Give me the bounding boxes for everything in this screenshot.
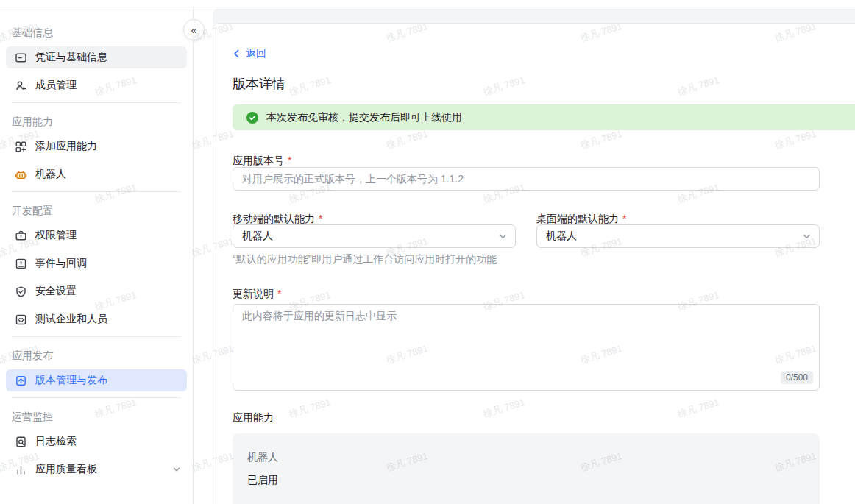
add-capability-icon <box>15 141 27 153</box>
success-banner-text: 本次发布免审核，提交发布后即可上线使用 <box>266 111 462 124</box>
event-callback-icon <box>15 258 27 270</box>
chevron-down-icon <box>802 232 812 241</box>
changelog-textarea[interactable] <box>233 304 820 391</box>
sidebar-item-permissions[interactable]: 权限管理 <box>6 224 187 246</box>
code-icon <box>15 313 27 326</box>
mobile-capability-label: 移动端的默认能力* <box>233 211 322 226</box>
required-mark: * <box>277 288 281 299</box>
robot-icon <box>15 168 27 181</box>
check-circle-icon <box>246 111 259 124</box>
success-banner: 本次发布免审核，提交发布后即可上线使用 <box>233 104 855 130</box>
back-link-label: 返回 <box>246 47 266 60</box>
id-card-icon <box>15 52 27 64</box>
mobile-capability-value: 机器人 <box>242 230 498 243</box>
sidebar-section-basic-info: 基础信息 <box>12 25 181 40</box>
back-link[interactable]: 返回 <box>233 47 266 60</box>
page-background-strip <box>213 8 855 24</box>
sidebar: 基础信息 凭证与基础信息 成员管理 应用能力 添加应用能力 机器人 <box>0 8 194 504</box>
sidebar-item-members[interactable]: 成员管理 <box>6 74 187 96</box>
app-console-page: 基础信息 凭证与基础信息 成员管理 应用能力 添加应用能力 机器人 <box>0 0 855 504</box>
sidebar-divider <box>12 336 181 337</box>
capabilities-panel: 机器人 已启用 <box>233 433 820 504</box>
sidebar-section-release: 应用发布 <box>12 348 181 363</box>
bar-chart-icon <box>15 464 27 476</box>
required-mark: * <box>622 213 626 224</box>
desktop-capability-label: 桌面端的默认能力* <box>536 211 626 226</box>
mobile-capability-select[interactable]: 机器人 <box>233 224 516 248</box>
sidebar-divider <box>12 191 181 192</box>
sidebar-section-dev-config: 开发配置 <box>12 203 181 218</box>
capability-status: 已启用 <box>247 474 805 487</box>
sidebar-divider <box>12 102 181 103</box>
sidebar-section-monitoring: 运营监控 <box>12 409 181 424</box>
log-search-icon <box>15 436 27 448</box>
changelog-field: 0/500 <box>233 304 820 391</box>
capability-name: 机器人 <box>247 451 805 464</box>
chevron-down-icon <box>498 232 508 241</box>
capabilities-title: 应用能力 <box>233 411 274 425</box>
required-mark: * <box>288 155 291 166</box>
desktop-capability-select[interactable]: 机器人 <box>536 224 820 248</box>
sidebar-divider <box>12 397 181 398</box>
shield-check-icon <box>15 285 27 298</box>
publish-icon <box>15 375 27 387</box>
sidebar-item-test-company[interactable]: 测试企业和人员 <box>6 308 187 330</box>
changelog-label: 更新说明* <box>233 286 281 301</box>
sidebar-item-events[interactable]: 事件与回调 <box>6 252 187 274</box>
sidebar-item-credentials[interactable]: 凭证与基础信息 <box>6 46 187 68</box>
sidebar-item-security[interactable]: 安全设置 <box>6 280 187 302</box>
char-counter: 0/500 <box>781 371 813 384</box>
chevron-down-icon <box>172 465 181 474</box>
desktop-capability-value: 机器人 <box>546 230 802 243</box>
version-label: 应用版本号* <box>233 153 291 168</box>
version-detail-card: 返回 版本详情 本次发布免审核，提交发布后即可上线使用 应用版本号* 移动端的默… <box>213 23 855 504</box>
chevron-left-icon <box>233 49 241 58</box>
sidebar-collapse-button[interactable]: « <box>183 19 205 40</box>
sidebar-item-add-capability[interactable]: 添加应用能力 <box>6 135 187 157</box>
top-hairline-bar <box>0 0 855 7</box>
default-capability-hint: “默认的应用功能”即用户通过工作台访问应用时打开的功能 <box>233 253 497 266</box>
member-add-icon <box>15 79 27 92</box>
sidebar-item-log-search[interactable]: 日志检索 <box>6 430 187 452</box>
sidebar-section-capabilities: 应用能力 <box>12 114 181 129</box>
required-mark: * <box>319 213 322 224</box>
sidebar-item-version-release[interactable]: 版本管理与发布 <box>6 369 187 391</box>
sidebar-item-bot[interactable]: 机器人 <box>6 163 187 185</box>
briefcase-icon <box>15 230 27 242</box>
sidebar-item-quality-dashboard[interactable]: 应用质量看板 <box>6 458 187 480</box>
page-title: 版本详情 <box>233 75 285 93</box>
version-input[interactable] <box>233 167 820 191</box>
